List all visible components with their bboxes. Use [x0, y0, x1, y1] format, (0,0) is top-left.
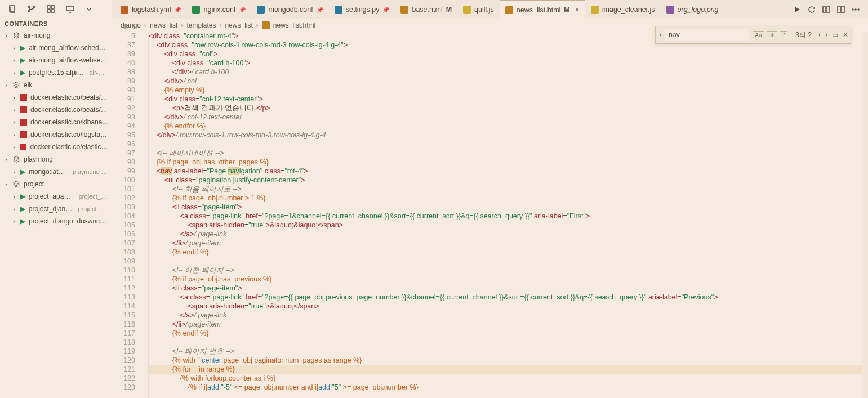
file-icon: [463, 6, 471, 14]
chevron-right-icon: ›: [11, 206, 17, 212]
close-icon[interactable]: ✕: [573, 6, 580, 14]
split-icon[interactable]: [836, 5, 845, 14]
tree-item[interactable]: ›▶air-mong_airflow-webse…: [0, 54, 112, 66]
chevron-right-icon: ›: [11, 107, 17, 113]
pin-icon[interactable]: 📌: [382, 7, 389, 13]
file-icon: [335, 6, 342, 14]
svg-rect-10: [827, 7, 830, 12]
tree-item[interactable]: ›▶project_django_duswnc…: [0, 215, 112, 227]
tree-item[interactable]: ›▶project_djangoproject_d…: [0, 203, 112, 215]
svg-rect-0: [10, 6, 14, 11]
tab[interactable]: nginx.conf📌: [186, 0, 251, 19]
find-expand-icon[interactable]: ›: [656, 31, 665, 39]
run-icon: ▶: [20, 56, 25, 64]
tree-item[interactable]: ›▶mongo:latestplaymong -…: [0, 166, 112, 178]
tree-item[interactable]: ›docker.elastic.co/beats/…: [0, 104, 112, 116]
tree-group[interactable]: ›air-mong: [0, 29, 112, 42]
breadcrumb-item[interactable]: django: [121, 21, 141, 29]
svg-point-2: [29, 11, 30, 12]
branch-icon[interactable]: [27, 5, 36, 14]
breadcrumb-item[interactable]: news_list: [225, 21, 252, 29]
tree-group[interactable]: ›playmong: [0, 153, 112, 166]
tree-item[interactable]: ›▶project_apacheproject_a…: [0, 190, 112, 203]
files-icon[interactable]: [8, 5, 17, 14]
chevron-right-icon: ›: [11, 194, 17, 200]
find-prev-icon[interactable]: ‹: [816, 31, 823, 39]
svg-rect-8: [66, 6, 73, 11]
svg-rect-4: [47, 6, 50, 8]
breadcrumb-item[interactable]: templates: [186, 21, 216, 29]
tab[interactable]: base.htmlM: [395, 0, 457, 19]
pin-icon[interactable]: 📌: [239, 7, 246, 13]
container-icon: [20, 144, 27, 150]
tab-bar: logstash.yml📌nginx.conf📌mongodb.conf📌set…: [112, 0, 868, 19]
tab[interactable]: news_list.htmlM✕: [500, 0, 585, 19]
breadcrumb-item[interactable]: news_list: [150, 21, 177, 29]
tree-item[interactable]: ›▶air-mong_airflow-sched…: [0, 42, 112, 54]
run-icon: ▶: [20, 69, 25, 77]
remote-icon[interactable]: [65, 5, 74, 14]
tree-item[interactable]: ›docker.elastic.co/logsta…: [0, 128, 112, 141]
tab[interactable]: org_logo.png: [661, 0, 724, 19]
run-icon: ▶: [20, 217, 25, 225]
breadcrumb-item[interactable]: news_list.html: [273, 21, 315, 29]
chevron-right-icon: ›: [11, 119, 17, 126]
container-icon: [20, 106, 27, 113]
extensions-icon[interactable]: [46, 5, 55, 14]
tab[interactable]: logstash.yml📌: [115, 0, 186, 19]
tree-item[interactable]: ›docker.elastic.co/beats/…: [0, 91, 112, 104]
chevron-right-icon: ›: [11, 57, 17, 64]
find-regex-icon[interactable]: .*: [780, 31, 788, 39]
file-icon: [262, 21, 270, 29]
run-icon: ▶: [20, 193, 25, 200]
find-close-icon[interactable]: ✕: [840, 31, 851, 39]
chevron-right-icon: ›: [11, 70, 17, 76]
refresh-icon[interactable]: [807, 5, 816, 14]
tab[interactable]: quill.js: [457, 0, 500, 19]
run-icon: ▶: [20, 44, 25, 52]
more-icon[interactable]: [851, 5, 860, 14]
tab[interactable]: mongodb.conf📌: [251, 0, 328, 19]
tree-group[interactable]: ›elk: [0, 79, 112, 91]
svg-point-3: [33, 6, 35, 8]
file-icon: [257, 6, 265, 14]
run-icon[interactable]: [793, 5, 802, 14]
file-icon: [121, 6, 128, 14]
pin-icon[interactable]: 📌: [317, 7, 323, 13]
chevron-right-icon: ›: [3, 156, 9, 163]
svg-point-13: [852, 9, 853, 10]
find-word-icon[interactable]: ab: [767, 31, 777, 39]
chevron-right-icon: ›: [3, 181, 9, 187]
pin-icon[interactable]: 📌: [174, 7, 181, 13]
find-input[interactable]: [665, 29, 749, 41]
svg-rect-6: [47, 10, 50, 12]
chevron-down-icon[interactable]: [84, 5, 94, 14]
svg-rect-5: [51, 6, 54, 8]
run-icon: ▶: [20, 205, 25, 213]
tree-group[interactable]: ›project: [0, 178, 112, 190]
folding-margin[interactable]: [140, 32, 149, 398]
sidebar: CONTAINERS ›air-mong›▶air-mong_airflow-s…: [0, 0, 112, 398]
container-tree: ›air-mong›▶air-mong_airflow-sched…›▶air-…: [0, 29, 112, 398]
line-gutter: 5373940888990919293949596979899100101102…: [112, 32, 140, 398]
run-icon: ▶: [20, 168, 25, 176]
find-selection-icon[interactable]: ▭: [830, 31, 840, 39]
chevron-right-icon: ›: [11, 144, 17, 150]
svg-point-14: [855, 9, 856, 10]
minimap[interactable]: [862, 32, 868, 398]
find-counter: 3의 ?: [791, 30, 816, 40]
tree-item[interactable]: ›docker.elastic.co/kibana…: [0, 116, 112, 128]
compare-icon[interactable]: [822, 5, 831, 14]
tab[interactable]: settings.py📌: [329, 0, 395, 19]
svg-rect-9: [823, 7, 826, 12]
editor[interactable]: 5373940888990919293949596979899100101102…: [112, 32, 868, 398]
tab[interactable]: image_cleaner.js: [585, 0, 661, 19]
file-icon: [192, 6, 200, 14]
tree-item[interactable]: ›docker.elastic.co/elastics…: [0, 141, 112, 153]
sidebar-toolbar: [0, 0, 112, 18]
tree-item[interactable]: ›▶postgres:15-alpineair-m…: [0, 66, 112, 79]
find-case-icon[interactable]: Aa: [753, 31, 764, 39]
chevron-right-icon: ›: [3, 82, 9, 88]
code-area[interactable]: <div class="container mt-4"> <div class=…: [149, 32, 862, 398]
find-next-icon[interactable]: ›: [823, 31, 830, 39]
